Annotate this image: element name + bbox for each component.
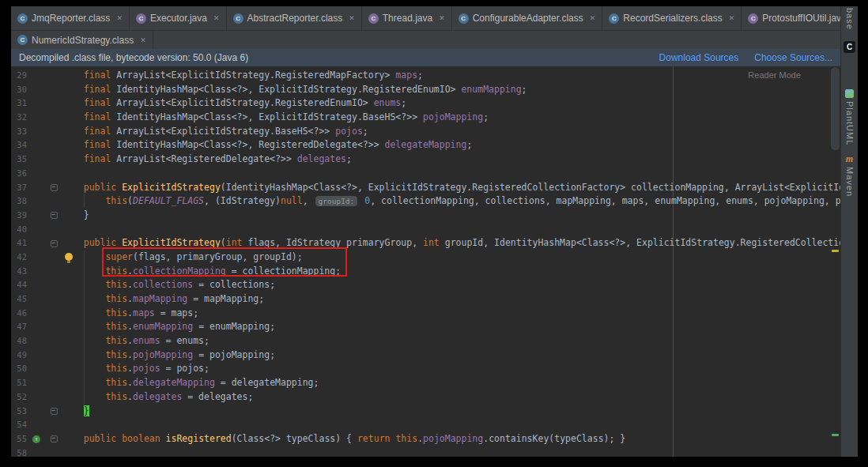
tool-window-button-maven[interactable]: mMaven [845,153,855,197]
banner-links: Download SourcesChoose Sources... [643,52,832,63]
editor-tab-bar-row-1: CJmqReporter.class✕CExecutor.java✕CAbstr… [11,6,840,30]
editor-tab-configurableadapter-class[interactable]: CConfigurableAdapter.class✕ [452,6,603,30]
scrollbar-thumb[interactable] [831,67,840,150]
fold-column [46,390,62,405]
editor-tab-numericidstrategy-class[interactable]: CNumericIdStrategy.class✕ [11,31,153,49]
fold-column: − [46,432,62,446]
line-number: 35 [11,153,27,167]
line-number: 55 [11,432,27,446]
code-line-39: 39− } [11,209,840,223]
code-text: public boolean isRegistered(Class<?> typ… [62,432,625,446]
line-number: 38 [11,194,27,209]
line-number: 37 [11,181,27,195]
fold-column [46,69,62,83]
code-line-49: 49 this.pojoMapping = pojoMapping; [11,348,840,363]
editor-tab-abstractreporter-class[interactable]: CAbstractReporter.class✕ [227,6,362,30]
fold-column [46,307,62,321]
tab-label: ProtostuffIOUtil.java [762,13,840,24]
fold-column [46,153,62,167]
fold-marker-icon[interactable]: − [51,212,58,219]
code-text: this.delegates = delegates; [62,390,253,405]
java-file-icon: C [136,13,146,24]
fold-column [46,418,62,432]
fold-column [46,265,62,279]
maven-icon: m [846,153,853,165]
code-text: public ExplicitIdStrategy(int flags, IdS… [62,236,840,250]
code-text: final ArrayList<ExplicitIdStrategy.Regis… [62,96,406,111]
line-number: 40 [11,223,27,237]
fold-column [46,278,62,292]
code-line-32: 32 final IdentityHashMap<Class<?>, Expli… [11,111,840,125]
editor-tab-thread-java[interactable]: CThread.java✕ [362,6,452,30]
line-number: 50 [11,362,27,376]
error-stripe-mark[interactable] [832,434,839,436]
fold-marker-icon[interactable]: − [51,408,58,415]
fold-column [46,167,62,181]
gutter-icon-slot [27,376,46,390]
gutter-icon-slot: ↑ [27,432,46,446]
tool-window-label: base [845,8,855,30]
code-line-45: 45 this.mapMapping = mapMapping; [11,292,840,307]
code-text: this.pojos = pojos; [62,362,209,376]
fold-marker-icon[interactable]: − [51,240,58,247]
line-number: 53 [11,405,27,419]
fold-column [46,194,62,209]
tool-window-button-plantuml[interactable]: PlantUML [845,89,855,145]
editor-tab-executor-java[interactable]: CExecutor.java✕ [130,6,227,30]
code-text: super(flags, primaryGroup, groupId); [62,250,303,265]
line-number: 43 [11,265,27,279]
tool-window-button-codota[interactable]: C [843,41,855,53]
gutter-icon-slot [27,334,46,348]
tab-close-icon[interactable]: ✕ [116,14,123,22]
tab-close-icon[interactable]: ✕ [213,14,220,22]
line-number: 44 [11,278,27,292]
download-sources-link[interactable]: Download Sources [659,52,739,63]
fold-column [46,292,62,307]
fold-column: − [46,181,62,195]
line-number: 48 [11,334,27,348]
code-line-55: 55↑− public boolean isRegistered(Class<?… [11,432,840,446]
line-number: 29 [11,69,27,83]
code-line-41: 41− public ExplicitIdStrategy(int flags,… [11,236,840,250]
error-stripe-mark[interactable] [832,250,839,252]
code-line-53: 53− } [11,405,840,419]
tab-label: NumericIdStrategy.class [32,35,134,46]
code-line-37: 37− public ExplicitIdStrategy(IdentityHa… [11,181,840,195]
caret-block: } [84,405,89,416]
tab-close-icon[interactable]: ✕ [140,36,146,44]
tab-close-icon[interactable]: ✕ [590,14,596,22]
gutter-icon-slot [27,265,46,279]
gutter-icon-slot [27,446,46,457]
gutter-icon-slot [27,181,46,195]
editor-tab-protostuffioutil-java[interactable]: CProtostuffIOUtil.java✕ [742,6,840,30]
fold-marker-icon[interactable]: − [51,184,58,191]
editor-tab-recordserializers-class[interactable]: CRecordSerializers.class✕ [602,6,742,30]
code-line-43: 43 this.collectionMapping = collectionMa… [11,265,840,279]
code-text: final IdentityHashMap<Class<?>, Register… [62,138,472,153]
code-editor[interactable]: 29 final ArrayList<ExplicitIdStrategy.Re… [11,66,840,457]
tab-close-icon[interactable]: ✕ [439,14,445,22]
code-text: } [62,209,89,223]
editor-tab-bar-row-2: CNumericIdStrategy.class✕ [11,30,840,49]
gutter-icon-slot [27,320,46,334]
overriding-method-icon[interactable]: ↑ [32,435,40,443]
code-line-30: 30 final IdentityHashMap<Class<?>, Expli… [11,83,840,97]
fold-column [46,111,62,125]
editor-main-column: CJmqReporter.class✕CExecutor.java✕CAbstr… [11,6,840,457]
code-text: final ArrayList<ExplicitIdStrategy.BaseH… [62,125,368,139]
java-file-icon: C [368,13,379,24]
reader-mode-link[interactable]: Reader Mode [748,70,801,80]
tab-close-icon[interactable]: ✕ [349,14,355,22]
fold-column [46,250,62,265]
gutter-icon-slot [27,167,46,181]
tool-window-label: PlantUML [845,101,855,145]
fold-column [46,223,62,237]
tab-close-icon[interactable]: ✕ [729,14,735,22]
fold-marker-icon[interactable]: − [51,435,58,443]
line-number: 39 [11,209,27,223]
ide-window: CJmqReporter.class✕CExecutor.java✕CAbstr… [11,6,858,457]
choose-sources-link[interactable]: Choose Sources... [754,52,832,63]
editor-tab-jmqreporter-class[interactable]: CJmqReporter.class✕ [11,6,130,30]
tab-label: RecordSerializers.class [623,13,722,24]
tool-window-button-base[interactable]: base [845,8,855,30]
